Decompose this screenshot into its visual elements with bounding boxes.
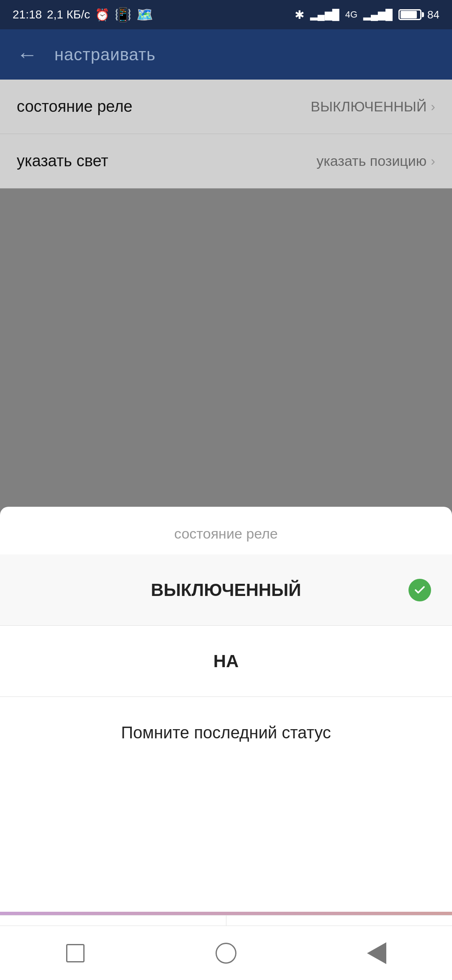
nav-square-button[interactable] — [61, 939, 90, 968]
status-bar: 21:18 2,1 КБ/с ⏰ 📳 🗺️ ✱ ▂▄▆█ 4G ▂▄▆█ 84 — [0, 0, 452, 29]
battery-icon — [398, 9, 421, 20]
nav-square-icon — [66, 944, 85, 962]
signal2-icon: ▂▄▆█ — [363, 9, 393, 21]
bluetooth-icon: ✱ — [295, 8, 304, 22]
check-icon — [408, 579, 431, 601]
time-text: 21:18 — [13, 8, 42, 21]
map-icon: 🗺️ — [136, 7, 153, 23]
app-bar: ← настраивать — [0, 29, 452, 80]
battery-fill — [401, 11, 417, 18]
option-off[interactable]: ВЫКЛЮЧЕННЫЙ — [0, 554, 452, 626]
relay-state-item[interactable]: состояние реле ВЫКЛЮЧЕННЫЙ › — [0, 80, 452, 134]
check-svg — [413, 584, 426, 596]
content-area: состояние реле ВЫКЛЮЧЕННЫЙ › указать све… — [0, 80, 452, 980]
light-setting-label: указать свет — [17, 152, 108, 170]
option-on-text: НА — [213, 651, 239, 671]
light-setting-item[interactable]: указать свет указать позицию › — [0, 134, 452, 188]
settings-list: состояние реле ВЫКЛЮЧЕННЫЙ › указать све… — [0, 80, 452, 188]
option-remember[interactable]: Помните последний статус — [0, 697, 452, 768]
4g-label: 4G — [345, 9, 357, 20]
nav-bar — [0, 926, 452, 980]
status-right: ✱ ▂▄▆█ 4G ▂▄▆█ 84 — [295, 8, 439, 22]
nav-home-button[interactable] — [211, 939, 241, 968]
light-setting-value-text: указать позицию — [316, 153, 426, 169]
battery-percent: 84 — [427, 8, 439, 21]
sheet-title: состояние реле — [0, 507, 452, 554]
nav-triangle-icon — [367, 942, 386, 964]
sheet-options: ВЫКЛЮЧЕННЫЙ НА Помните последний статус — [0, 554, 452, 912]
relay-state-value: ВЫКЛЮЧЕННЫЙ › — [311, 98, 435, 115]
accent-bar — [0, 912, 452, 915]
relay-state-label: состояние реле — [17, 98, 132, 116]
bottom-sheet: состояние реле ВЫКЛЮЧЕННЫЙ НА — [0, 507, 452, 980]
back-button[interactable]: ← — [17, 42, 38, 67]
nav-circle-icon — [216, 943, 236, 964]
status-left: 21:18 2,1 КБ/с ⏰ 📳 🗺️ — [13, 7, 153, 23]
option-remember-text: Помните последний статус — [121, 723, 331, 742]
network-speed: 2,1 КБ/с — [47, 8, 90, 21]
relay-state-chevron: › — [431, 99, 435, 114]
alarm-icon: ⏰ — [95, 8, 110, 22]
light-setting-value: указать позицию › — [316, 153, 435, 169]
app-bar-title: настраивать — [54, 45, 156, 64]
page: 21:18 2,1 КБ/с ⏰ 📳 🗺️ ✱ ▂▄▆█ 4G ▂▄▆█ 84 … — [0, 0, 452, 980]
light-setting-chevron: › — [431, 153, 435, 169]
option-on[interactable]: НА — [0, 626, 452, 697]
signal-icon: ▂▄▆█ — [310, 9, 339, 21]
option-off-text: ВЫКЛЮЧЕННЫЙ — [151, 580, 301, 600]
viber-icon: 📳 — [115, 7, 131, 23]
relay-state-value-text: ВЫКЛЮЧЕННЫЙ — [311, 98, 426, 115]
nav-back-button[interactable] — [362, 939, 391, 968]
